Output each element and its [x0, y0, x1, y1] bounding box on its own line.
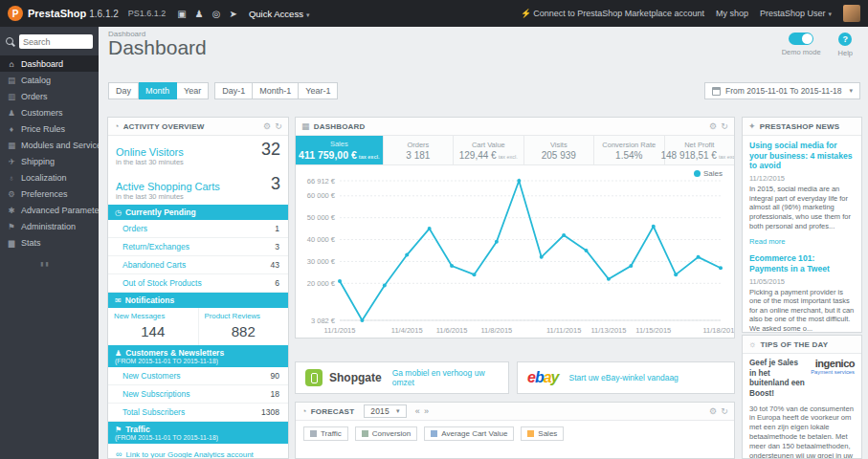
- previous-year-button[interactable]: «: [415, 406, 420, 416]
- kpi-conversion-rate[interactable]: Conversion Rate 1.54%: [594, 136, 664, 164]
- help-label: Help: [838, 49, 853, 57]
- sidebar-item-modules[interactable]: ▦Modules and Services: [0, 137, 99, 153]
- prestashop-logo-icon[interactable]: P: [8, 6, 23, 21]
- sidebar-item-advanced-parameters[interactable]: ✱Advanced Parameters: [0, 202, 99, 218]
- gear-icon[interactable]: ⚙: [263, 121, 271, 131]
- sidebar-item-shipping[interactable]: ✈Shipping: [0, 153, 99, 169]
- sidebar-item-administration[interactable]: ⚑Administration: [0, 218, 99, 234]
- new-messages-cell[interactable]: New Messages 144: [108, 308, 198, 345]
- ingenico-logo[interactable]: ingenico Payment services: [811, 359, 855, 375]
- total-subscribers-row[interactable]: Total Subscribers1308: [108, 404, 288, 422]
- gear-icon[interactable]: ⚙: [709, 406, 717, 416]
- refresh-icon[interactable]: ↻: [721, 406, 728, 416]
- demo-mode-toggle[interactable]: [789, 33, 813, 45]
- range-year-1-button[interactable]: Year-1: [299, 82, 338, 99]
- new-subscriptions-row[interactable]: New Subscriptions18: [108, 385, 288, 404]
- checkbox-icon: [431, 430, 437, 437]
- active-carts-sub: in the last 30 minutes: [108, 192, 288, 205]
- product-reviews-cell[interactable]: Product Reviews 882: [198, 308, 289, 345]
- customers-subtitle: (FROM 2015-11-01 TO 2015-11-18): [115, 358, 218, 364]
- chip-label: Sales: [538, 429, 557, 438]
- pending-returns-row[interactable]: Return/Exchanges3: [108, 238, 288, 256]
- checkbox-icon: [362, 430, 368, 437]
- help-control[interactable]: ? Help: [838, 33, 853, 57]
- forecast-metric-average-cart-value[interactable]: Average Cart Value: [424, 426, 514, 441]
- sidebar-item-orders[interactable]: ▥Orders: [0, 88, 99, 104]
- next-year-button[interactable]: »: [424, 406, 429, 416]
- date-range-picker[interactable]: From 2015-11-01 To 2015-11-18 ▾: [704, 82, 860, 99]
- active-carts-link[interactable]: Active Shopping Carts: [116, 181, 220, 192]
- notifications-cells: New Messages 144 Product Reviews 882: [108, 308, 288, 345]
- news-article-date: 11/05/2015: [749, 277, 855, 286]
- abandoned-carts-row[interactable]: Abandoned Carts43: [108, 256, 288, 274]
- notifications-title: Notifications: [125, 295, 174, 305]
- kpi-sales[interactable]: Sales 411 759,00 €tax excl.: [296, 136, 384, 164]
- sidebar-item-label: Administration: [21, 222, 76, 231]
- my-shop-link[interactable]: My shop: [716, 9, 748, 18]
- svg-text:11/4/2015: 11/4/2015: [391, 326, 423, 335]
- legend-dot-icon: [694, 170, 701, 177]
- kpi-cart-value[interactable]: Cart Value 129,44 €tax excl.: [454, 136, 523, 164]
- quick-access-label: Quick Access: [249, 9, 303, 19]
- online-visitors-link[interactable]: Online Visitors: [116, 146, 184, 158]
- calendar-icon: [712, 87, 721, 96]
- store-icon[interactable]: ▣: [177, 9, 186, 19]
- google-analytics-link[interactable]: ∞ Link to your Google Analytics account: [108, 444, 288, 459]
- forecast-metric-conversion[interactable]: Conversion: [355, 426, 417, 441]
- forecast-year-select[interactable]: 2015▾: [364, 404, 406, 418]
- news-article: Ecommerce 101: Payments in a Tweet 11/05…: [749, 253, 855, 333]
- kpi-label: Net Profit: [684, 141, 714, 149]
- sidebar-item-localization[interactable]: ♁Localization: [0, 169, 99, 186]
- new-customers-row[interactable]: New Customers90: [108, 367, 288, 385]
- sidebar-collapse-icon[interactable]: ▮▮: [40, 260, 99, 267]
- kpi-orders[interactable]: Orders 3 181: [384, 136, 454, 164]
- profile-icon[interactable]: ♟: [195, 9, 204, 19]
- shopgate-cta-link[interactable]: Ga mobiel en verhoog uw omzet: [392, 368, 499, 387]
- range-day-button[interactable]: Day: [108, 82, 139, 99]
- shopgate-name: Shopgate: [329, 371, 382, 384]
- user-avatar[interactable]: [843, 5, 860, 22]
- sidebar-item-label: Dashboard: [21, 59, 63, 69]
- sidebar-item-customers[interactable]: ♟Customers: [0, 104, 99, 120]
- forecast-metric-traffic[interactable]: Traffic: [303, 426, 348, 441]
- rocket-icon[interactable]: ➤: [229, 9, 236, 19]
- ebay-cta-link[interactable]: Start uw eBay-winkel vandaag: [569, 373, 679, 382]
- search-icon: [6, 37, 15, 47]
- help-icon[interactable]: ?: [838, 33, 852, 46]
- range-day-1-button[interactable]: Day-1: [214, 82, 253, 99]
- support-icon[interactable]: ◎: [212, 9, 221, 19]
- gear-icon[interactable]: ⚙: [709, 121, 717, 131]
- row-value: 90: [271, 371, 279, 381]
- news-article-title-link[interactable]: Using social media for your business: 4 …: [749, 141, 855, 171]
- range-year-button[interactable]: Year: [177, 82, 209, 99]
- marketplace-link[interactable]: ⚡Connect to PrestaShop Marketplace accou…: [521, 9, 704, 18]
- out-of-stock-row[interactable]: Out of Stock Products6: [108, 274, 288, 293]
- demo-mode-control[interactable]: Demo mode: [782, 33, 821, 57]
- forecast-icon: ◔: [301, 406, 307, 416]
- sidebar-item-dashboard[interactable]: ⌂Dashboard: [0, 55, 99, 72]
- pending-orders-row[interactable]: Orders1: [108, 220, 288, 238]
- checkbox-icon: [310, 430, 317, 437]
- refresh-icon[interactable]: ↻: [721, 121, 728, 131]
- truck-icon: ✈: [7, 157, 16, 166]
- sidebar-item-catalog[interactable]: ▤Catalog: [0, 72, 99, 88]
- sidebar-item-stats[interactable]: ▆Stats: [0, 234, 99, 251]
- search-input[interactable]: [19, 34, 93, 49]
- forecast-metric-sales[interactable]: Sales: [521, 426, 564, 441]
- quick-access-menu[interactable]: Quick Access▾: [249, 9, 310, 19]
- range-month-1-button[interactable]: Month-1: [253, 82, 299, 99]
- read-more-link[interactable]: Read more: [749, 237, 786, 246]
- row-label: Out of Stock Products: [122, 278, 202, 288]
- row-value: 3: [275, 242, 279, 251]
- news-article-title-link[interactable]: Ecommerce 101: Payments in a Tweet: [749, 253, 855, 273]
- user-menu[interactable]: PrestaShop User▾: [760, 9, 832, 18]
- sidebar-item-preferences[interactable]: ⚙Preferences: [0, 186, 99, 202]
- refresh-icon[interactable]: ↻: [275, 121, 282, 131]
- range-month-button[interactable]: Month: [139, 82, 177, 99]
- kpi-net-profit[interactable]: Net Profit 148 918,51 €tax excl.: [665, 136, 734, 164]
- legend-label: Sales: [703, 169, 723, 178]
- dashboard-panel-header: ▦ DASHBOARD ⚙ ↻: [296, 118, 734, 136]
- sidebar-item-label: Advanced Parameters: [21, 206, 99, 215]
- kpi-visits[interactable]: Visits 205 939: [524, 136, 594, 164]
- sidebar-item-price-rules[interactable]: ♦Price Rules: [0, 120, 99, 137]
